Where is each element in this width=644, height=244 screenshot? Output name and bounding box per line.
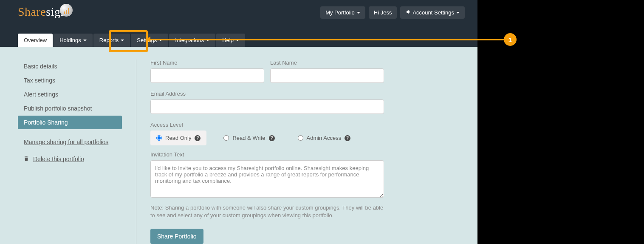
tab-settings-label: Settings <box>137 37 157 43</box>
email-label: Email Address <box>150 91 384 97</box>
sidebar-sharing-label: Portfolio Sharing <box>24 119 68 126</box>
share-portfolio-button[interactable]: Share Portfolio <box>150 229 203 244</box>
account-settings-label: Account Settings <box>412 9 454 16</box>
sharing-form: First Name Last Name Email Address Acces… <box>150 60 384 244</box>
manage-all-label: Manage sharing for all portfolios <box>24 139 108 145</box>
annotation-number-badge: 1 <box>504 33 517 46</box>
tab-help[interactable]: Help <box>216 34 245 47</box>
tab-reports[interactable]: Reports <box>93 34 130 47</box>
sidebar-basic-label: Basic details <box>24 63 57 70</box>
access-level-label: Access Level <box>150 122 384 128</box>
tab-holdings[interactable]: Holdings <box>54 34 93 47</box>
my-portfolio-label: My Portfolio <box>325 9 355 16</box>
radio-admin-input[interactable] <box>298 135 303 141</box>
radio-admin[interactable]: Admin Access ? <box>292 131 357 145</box>
delete-portfolio-label: Delete this portfolio <box>33 156 84 162</box>
greeting-label: Hi Jess <box>374 9 392 16</box>
app-header: Sharesight My Portfolio Hi Jess Account … <box>0 0 477 47</box>
read-only-label: Read Only <box>165 135 191 141</box>
caret-down-icon <box>357 12 360 14</box>
admin-label: Admin Access <box>307 135 342 141</box>
sidebar-alert-label: Alert settings <box>24 91 58 98</box>
vertical-divider <box>136 60 136 244</box>
tab-help-label: Help <box>222 37 234 43</box>
gear-icon <box>405 9 410 16</box>
caret-down-icon <box>206 40 209 41</box>
sidebar-item-tax[interactable]: Tax settings <box>18 74 122 87</box>
sharing-note: Note: Sharing a portfolio with someone w… <box>150 204 384 219</box>
last-name-input[interactable] <box>270 68 384 83</box>
help-icon[interactable]: ? <box>345 135 350 141</box>
help-icon[interactable]: ? <box>269 135 275 141</box>
tab-holdings-label: Holdings <box>59 37 81 43</box>
caret-down-icon <box>159 40 162 41</box>
tab-integrations[interactable]: Integrations <box>169 34 215 47</box>
caret-down-icon <box>121 40 124 41</box>
caret-down-icon <box>236 40 239 41</box>
first-name-input[interactable] <box>150 68 264 83</box>
tab-integrations-label: Integrations <box>175 37 204 43</box>
invitation-textarea[interactable] <box>150 160 384 198</box>
sidebar-item-basic[interactable]: Basic details <box>18 60 122 73</box>
account-settings-dropdown[interactable]: Account Settings <box>400 6 465 19</box>
share-button-label: Share Portfolio <box>157 233 197 240</box>
logo-text-share: Share <box>18 5 46 18</box>
sidebar-item-sharing[interactable]: Portfolio Sharing <box>18 116 122 129</box>
annotation-number: 1 <box>508 36 512 43</box>
manage-all-portfolios-link[interactable]: Manage sharing for all portfolios <box>18 135 122 149</box>
sidebar-tax-label: Tax settings <box>24 77 55 84</box>
settings-sidebar: Basic details Tax settings Alert setting… <box>18 60 122 244</box>
tab-reports-label: Reports <box>99 37 119 43</box>
radio-read-write[interactable]: Read & Write ? <box>217 131 280 145</box>
first-name-label: First Name <box>150 60 264 66</box>
my-portfolio-dropdown[interactable]: My Portfolio <box>320 6 365 19</box>
logo-bars-icon <box>60 4 73 17</box>
logo[interactable]: Sharesight <box>18 5 70 19</box>
tab-settings[interactable]: Settings <box>131 34 168 47</box>
sidebar-item-alert[interactable]: Alert settings <box>18 88 122 101</box>
read-write-label: Read & Write <box>232 135 265 141</box>
help-icon[interactable]: ? <box>195 135 201 141</box>
tab-overview-label: Overview <box>24 37 47 43</box>
radio-read-write-input[interactable] <box>223 135 229 141</box>
email-input[interactable] <box>150 99 384 114</box>
trash-icon <box>24 156 29 162</box>
tab-overview[interactable]: Overview <box>18 34 53 47</box>
delete-portfolio-link[interactable]: Delete this portfolio <box>33 156 84 162</box>
radio-read-only[interactable]: Read Only ? <box>150 131 206 145</box>
delete-portfolio-row: Delete this portfolio <box>18 152 122 166</box>
last-name-label: Last Name <box>270 60 384 66</box>
sidebar-item-publish[interactable]: Publish portfolio snapshot <box>18 102 122 115</box>
invitation-label: Invitation Text <box>150 151 384 158</box>
caret-down-icon <box>83 40 87 41</box>
caret-down-icon <box>456 12 460 14</box>
greeting-button[interactable]: Hi Jess <box>369 6 397 19</box>
radio-read-only-input[interactable] <box>156 135 162 141</box>
main-nav: Overview Holdings Reports Settings Integ… <box>18 34 245 47</box>
sidebar-publish-label: Publish portfolio snapshot <box>24 105 92 112</box>
